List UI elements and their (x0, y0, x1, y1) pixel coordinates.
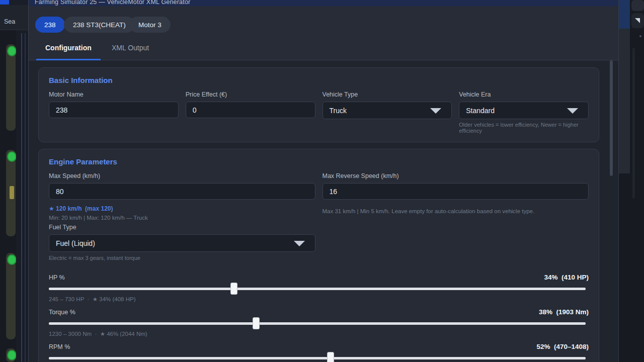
max-reverse-speed-label: Max Reverse Speed (km/h) (323, 172, 589, 179)
max-reverse-field-group: Max Reverse Speed (km/h) Max 31 km/h | M… (323, 172, 589, 221)
vehiclemotor-generator-window: Farming Simulator 25 — VehicleMotor XML … (28, 0, 619, 362)
background-dot (639, 35, 641, 37)
green-status-icon (7, 350, 17, 360)
price-effect-label: Price Effect (€) (186, 91, 315, 98)
hp-slider-group: HP % 34% (410 HP) 245 – 730 HP · ★ 34% (… (49, 274, 589, 303)
hp-slider-value: 34% (410 HP) (544, 274, 589, 281)
fuel-type-helper: Electric = max 3 gears, instant torque (49, 255, 315, 261)
hp-slider-helper: 245 – 730 HP · ★ 34% (408 HP) (49, 296, 589, 303)
engine-parameters-title: Engine Parameters (49, 157, 589, 166)
vehicle-era-select[interactable]: Standard (459, 102, 589, 119)
vehicle-era-helper: Older vehicles = lower efficiency, Newer… (459, 122, 589, 134)
background-app-right (617, 0, 644, 362)
chevron-down-icon (567, 108, 578, 114)
background-accent-line (21, 33, 22, 362)
search-input[interactable]: Sea (4, 18, 15, 25)
background-active-tab-fragment (0, 0, 9, 5)
max-reverse-speed-helper: Max 31 km/h | Min 5 km/h. Leave empty fo… (323, 208, 589, 214)
motor-name-input[interactable] (49, 102, 179, 118)
chevron-down-icon (430, 108, 441, 114)
cursor-icon (635, 18, 640, 23)
motor-tab-238-st3-cheat[interactable]: 238 ST3(CHEAT) (64, 17, 135, 33)
motor-tab-motor-3[interactable]: Motor 3 (129, 17, 171, 33)
price-effect-input[interactable] (186, 102, 315, 118)
background-divider (632, 48, 635, 199)
fuel-type-select[interactable]: Fuel (Liquid) (49, 234, 315, 252)
basic-information-title: Basic Information (49, 76, 589, 84)
max-speed-input[interactable] (49, 183, 315, 200)
max-speed-field-group: Max Speed (km/h) ★ 120 km/h (max 120) Mi… (49, 172, 315, 221)
engine-parameters-card: Engine Parameters Max Speed (km/h) ★ 120… (38, 149, 599, 362)
rpm-slider-group: RPM % 52% (470–1408) 550 – 2200 RPM · ★ … (49, 343, 589, 362)
content-scrollbar-thumb[interactable] (610, 60, 613, 176)
fuel-type-label: Fuel Type (49, 224, 315, 231)
rpm-slider-track[interactable] (49, 357, 586, 359)
tab-xml-output[interactable]: XML Output (103, 36, 158, 60)
price-effect-field-group: Price Effect (€) (186, 91, 315, 134)
vehicle-era-value: Standard (466, 107, 495, 115)
torque-slider-handle[interactable] (253, 317, 260, 329)
background-send-button[interactable] (631, 13, 644, 28)
window-titlebar: Farming Simulator 25 — VehicleMotor XML … (29, 0, 618, 6)
background-app-left: Sea (0, 0, 28, 362)
window-title: Farming Simulator 25 — VehicleMotor XML … (35, 0, 618, 6)
torque-slider-track[interactable] (49, 322, 586, 325)
green-status-icon (7, 46, 17, 56)
hp-slider-label: HP % (49, 274, 65, 281)
fuel-type-value: Fuel (Liquid) (56, 239, 95, 247)
background-accent-line (25, 33, 26, 362)
vehicle-era-label: Vehicle Era (459, 91, 589, 98)
max-reverse-speed-input[interactable] (323, 183, 589, 200)
background-card (6, 253, 16, 339)
background-button[interactable] (631, 0, 644, 11)
max-speed-label: Max Speed (km/h) (49, 172, 315, 179)
chevron-down-icon (294, 241, 305, 246)
rpm-slider-handle[interactable] (327, 352, 334, 362)
torque-slider-label: Torque % (49, 309, 75, 316)
motor-name-field-group: Motor Name (49, 91, 179, 134)
tab-configuration[interactable]: Configuration (36, 36, 101, 60)
vehicle-type-field-group: Vehicle Type Truck (323, 91, 452, 134)
torque-slider-helper: 1230 – 3000 Nm · ★ 46% (2044 Nm) (49, 330, 589, 337)
vehicle-type-value: Truck (330, 107, 347, 115)
vehicle-type-select[interactable]: Truck (323, 102, 452, 119)
max-speed-range-helper: Min: 20 km/h | Max: 120 km/h — Truck (49, 215, 315, 221)
motor-tab-238[interactable]: 238 (35, 17, 65, 33)
basic-information-card: Basic Information Motor Name Price Effec… (38, 67, 599, 142)
rpm-slider-label: RPM % (49, 343, 70, 350)
hp-slider-track[interactable] (49, 288, 586, 290)
background-search-bar[interactable]: Sea (0, 5, 28, 30)
green-status-icon (7, 151, 17, 162)
torque-slider-group: Torque % 38% (1903 Nm) 1230 – 3000 Nm · … (49, 308, 589, 337)
max-speed-recommended: ★ 120 km/h (max 120) (49, 205, 315, 212)
vehicle-type-label: Vehicle Type (323, 91, 452, 98)
background-item-icon (10, 186, 14, 199)
configuration-panel: Basic Information Motor Name Price Effec… (29, 61, 618, 362)
hp-slider-handle[interactable] (230, 283, 237, 295)
motor-tabs-bar: 238 238 ST3(CHEAT) Motor 3 (29, 6, 618, 36)
motor-name-label: Motor Name (49, 91, 179, 98)
fuel-type-field-group: Fuel Type Fuel (Liquid) Electric = max 3… (49, 224, 315, 261)
background-panel (16, 0, 28, 362)
torque-slider-value: 38% (1903 Nm) (539, 308, 589, 316)
engine-sliders: HP % 34% (410 HP) 245 – 730 HP · ★ 34% (… (49, 274, 589, 362)
vehicle-era-field-group: Vehicle Era Standard Older vehicles = lo… (459, 91, 589, 134)
background-card (6, 44, 16, 131)
rpm-slider-value: 52% (470–1408) (536, 343, 589, 350)
view-tabs-bar: Configuration XML Output (29, 36, 618, 60)
green-status-icon (7, 254, 17, 265)
